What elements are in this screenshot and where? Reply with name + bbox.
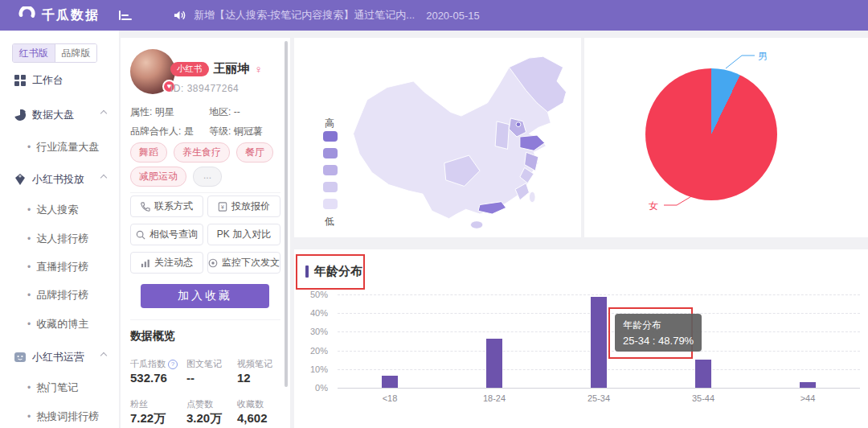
x-tick-label: >44 [776,393,840,403]
divider [130,192,280,193]
province-taiwan [529,191,535,202]
bullet-icon: • [27,319,31,330]
id-label: ID: [170,83,184,94]
bar-25-34[interactable] [591,297,607,388]
button-label: PK 加入对比 [217,228,271,241]
legend-high-label: 高 [325,117,334,130]
contact-button[interactable]: 联系方式 [130,195,203,217]
sidebar-item-kol-ranking[interactable]: • 达人排行榜 [27,232,88,246]
tag-health-food[interactable]: 养生食疗 [174,142,230,163]
field-level: 等级: 铜冠薯 [209,125,263,138]
sidebar-item-workbench[interactable]: 工作台 [14,73,111,88]
legend-swatch [323,148,338,158]
pk-compare-button[interactable]: PK 加入对比 [207,224,280,245]
yen-doc-icon: ¥ [218,202,227,212]
profile-card: ♥ 小红书 王丽坤 ♀ ID: 389477264 属性: 明星 地区: -- … [121,38,290,428]
add-to-favorites-button[interactable]: 加入收藏 [141,284,269,308]
female-icon: ♀ [255,63,264,76]
chevron-up-icon[interactable] [100,352,107,359]
legend-swatch [323,165,338,175]
legend-swatch [323,131,338,142]
bar-<18[interactable] [382,376,398,388]
gender-pie-card: 男 女 [584,38,868,237]
tab-brand-edition[interactable]: 品牌版 [55,44,97,62]
profile-scrollbar[interactable] [285,41,288,387]
y-tick-label: 20% [310,346,328,356]
follow-updates-button[interactable]: 关注动态 [130,252,203,274]
province-hainan [470,221,482,229]
platform-badge: 小红书 [170,62,209,76]
stat-value-video-notes: 12 [237,371,251,385]
quote-button[interactable]: ¥ 投放报价 [207,195,280,217]
button-label: 联系方式 [154,200,193,213]
sidebar-section-xhs-operation[interactable]: 小红书运营 [14,350,111,364]
collapse-menu-icon[interactable] [119,10,132,20]
bar-35-44[interactable] [695,360,711,388]
sidebar-item-label: 工作台 [32,73,63,88]
pie-label-male: 男 [758,50,768,64]
tag-restaurant[interactable]: 餐厅 [236,142,273,163]
x-tick-label: 25-34 [567,393,631,403]
sidebar-item-hot-notes[interactable]: • 热门笔记 [27,381,78,395]
chat-tv-icon [14,352,26,363]
announcement-bar[interactable]: 新增【达人搜索-按笔记内容搜索】通过笔记内... 2020-05-15 [174,8,480,23]
sidebar-section-label: 小红书运营 [32,350,84,364]
sidebar-item-label: 达人排行榜 [36,232,88,246]
stat-label-likes: 点赞数 [186,398,213,410]
province-shanxi-shaanxi [495,121,509,150]
field-region: 地区: -- [209,105,240,119]
stat-label-collections: 收藏数 [237,398,264,410]
sidebar-section-xhs-promotion[interactable]: 小红书投放 [14,172,111,187]
sidebar-item-brand-ranking[interactable]: • 品牌排行榜 [27,288,88,302]
sidebar-item-hot-search-words[interactable]: • 热搜词排行榜 [27,409,99,424]
search-icon [136,230,145,240]
monitor-next-post-button[interactable]: 监控下次发文 [207,252,280,274]
tag-dance[interactable]: 舞蹈 [130,142,167,163]
sidebar-item-label: 热搜词排行榜 [36,409,99,424]
grid-icon [14,75,26,86]
similar-account-button[interactable]: 相似号查询 [130,224,203,245]
tag-weight-loss[interactable]: 减肥运动 [130,167,186,187]
bar->44[interactable] [800,382,816,388]
sidebar-item-label: 收藏的博主 [36,317,88,331]
legend-low-label: 低 [325,215,334,228]
sidebar: 红书版 品牌版 工作台 数据大盘 • 行业流量大盘 小红书投放 • 达人搜索 [0,31,119,428]
qiangua-logo-icon [18,6,35,24]
phone-icon [141,202,150,212]
chevron-up-icon[interactable] [100,110,107,117]
button-label: 关注动态 [154,256,193,270]
button-label: 相似号查询 [149,228,198,241]
sidebar-item-kol-search[interactable]: • 达人搜索 [27,203,78,217]
kol-id: ID: 389477264 [170,83,239,94]
brand[interactable]: 千瓜数据 [18,6,100,24]
region-map-card: 高 低 [294,38,581,237]
sidebar-section-label: 小红书投放 [32,172,84,187]
gridline [338,294,860,295]
top-bar: 千瓜数据 新增【达人搜索-按笔记内容搜索】通过笔记内... 2020-05-15 [0,0,868,31]
tooltip-title: 年龄分布 [623,319,694,332]
y-tick-label: 30% [310,327,328,336]
bar-18-24[interactable] [486,339,502,388]
age-distribution-card: 年龄分布 50%40%30%20%10%0% <1818-2425-3435-4… [294,249,868,428]
more-tags-button[interactable]: ... [193,167,222,187]
sidebar-item-industry-traffic[interactable]: • 行业流量大盘 [27,140,99,154]
stat-label-video-notes: 视频笔记 [237,358,272,370]
help-icon[interactable]: ? [168,360,178,369]
x-tick-label: <18 [358,393,422,403]
sidebar-section-data-market[interactable]: 数据大盘 [14,108,111,122]
divider [130,319,280,320]
field-attribute: 属性: 明星 [130,105,174,119]
tab-redbook-edition[interactable]: 红书版 [13,44,55,62]
sidebar-item-favorite-bloggers[interactable]: • 收藏的博主 [27,317,88,331]
age-y-axis: 50%40%30%20%10%0% [294,294,331,388]
sidebar-item-label: 达人搜索 [36,203,78,217]
china-choropleth-map[interactable] [342,41,577,234]
annotation-box-title [296,254,365,290]
chevron-up-icon[interactable] [100,175,107,181]
age-tooltip: 年龄分布 25-34 : 48.79% [615,314,702,352]
stat-value-photo-notes: -- [186,371,194,385]
bullet-icon: • [27,142,31,153]
sidebar-item-live-ranking[interactable]: • 直播排行榜 [27,260,88,274]
map-legend [323,131,338,209]
gem-icon [14,174,26,185]
